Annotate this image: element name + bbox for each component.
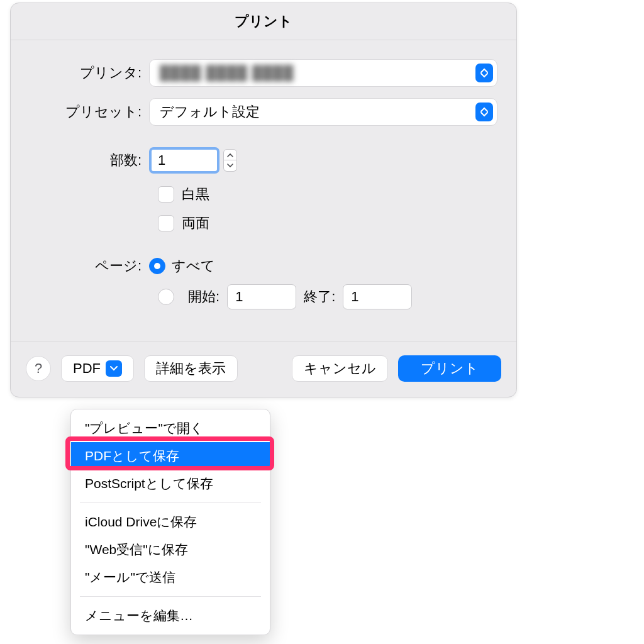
pages-all-radio[interactable] bbox=[149, 258, 165, 274]
menu-save-as-postscript[interactable]: PostScriptとして保存 bbox=[71, 470, 270, 497]
menu-separator bbox=[80, 596, 261, 597]
duplex-checkbox[interactable] bbox=[158, 215, 174, 231]
pdf-dropdown-menu: "プレビュー"で開く PDFとして保存 PostScriptとして保存 iClo… bbox=[70, 409, 270, 635]
menu-separator bbox=[80, 502, 261, 503]
bw-label: 白黒 bbox=[182, 185, 209, 204]
printer-value: ████ ████ ████ bbox=[160, 65, 294, 81]
duplex-label: 両面 bbox=[182, 214, 209, 233]
cancel-button[interactable]: キャンセル bbox=[292, 355, 388, 382]
print-button[interactable]: プリント bbox=[398, 355, 501, 382]
printer-row: プリンタ: ████ ████ ████ bbox=[30, 59, 497, 87]
stepper-up[interactable] bbox=[223, 149, 237, 160]
preset-value: デフォルト設定 bbox=[160, 103, 260, 121]
duplex-row: 両面 bbox=[158, 214, 497, 233]
dialog-footer: ? PDF 詳細を表示 キャンセル プリント bbox=[11, 341, 516, 397]
menu-edit-menu[interactable]: メニューを編集… bbox=[71, 602, 270, 630]
pages-range-radio[interactable] bbox=[158, 289, 174, 305]
copies-label: 部数: bbox=[30, 151, 149, 170]
pages-row: ページ: すべて bbox=[30, 257, 497, 275]
copies-stepper bbox=[223, 149, 237, 172]
copies-row: 部数: bbox=[30, 147, 497, 174]
menu-save-to-icloud[interactable]: iCloud Driveに保存 bbox=[71, 508, 270, 536]
pages-to-label: 終了: bbox=[304, 287, 335, 306]
copies-input[interactable] bbox=[149, 147, 219, 174]
pages-label: ページ: bbox=[30, 257, 149, 275]
printer-select[interactable]: ████ ████ ████ bbox=[149, 59, 497, 87]
chevron-down-icon bbox=[106, 360, 122, 377]
menu-open-in-preview[interactable]: "プレビュー"で開く bbox=[71, 414, 270, 442]
dialog-title: プリント bbox=[11, 3, 516, 40]
pages-from-label: 開始: bbox=[188, 287, 219, 306]
preset-row: プリセット: デフォルト設定 bbox=[30, 98, 497, 126]
bw-checkbox[interactable] bbox=[158, 186, 174, 203]
pdf-menu-button[interactable]: PDF bbox=[61, 355, 134, 382]
show-details-button[interactable]: 詳細を表示 bbox=[144, 355, 238, 382]
preset-label: プリセット: bbox=[30, 103, 149, 121]
menu-save-as-pdf[interactable]: PDFとして保存 bbox=[71, 442, 270, 470]
menu-send-in-mail[interactable]: "メール"で送信 bbox=[71, 564, 270, 591]
pages-from-input[interactable] bbox=[227, 284, 296, 309]
preset-select[interactable]: デフォルト設定 bbox=[149, 98, 497, 126]
pages-range-row: 開始: 終了: bbox=[158, 284, 497, 309]
updown-icon bbox=[475, 103, 493, 121]
print-dialog: プリント プリンタ: ████ ████ ████ プリセット: デフォルト設定 bbox=[10, 3, 517, 397]
help-button[interactable]: ? bbox=[26, 356, 51, 381]
pdf-label: PDF bbox=[73, 360, 101, 377]
pages-to-input[interactable] bbox=[343, 284, 412, 309]
menu-save-to-web[interactable]: "Web受信"に保存 bbox=[71, 536, 270, 564]
printer-label: プリンタ: bbox=[30, 64, 149, 82]
pages-all-label: すべて bbox=[172, 257, 215, 275]
stepper-down[interactable] bbox=[223, 160, 237, 172]
bw-row: 白黒 bbox=[158, 185, 497, 204]
dialog-content: プリンタ: ████ ████ ████ プリセット: デフォルト設定 部数: bbox=[11, 40, 516, 322]
updown-icon bbox=[475, 64, 493, 82]
